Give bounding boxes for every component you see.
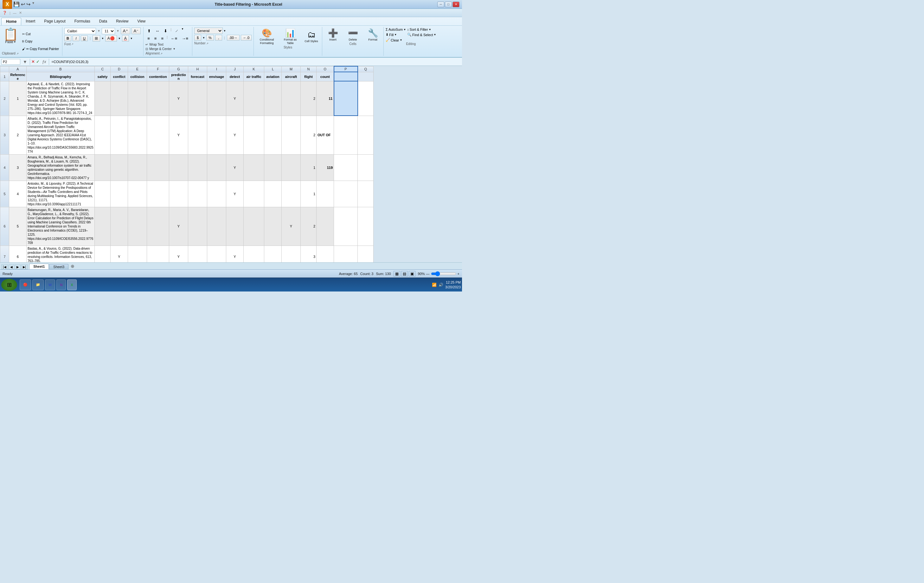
cell-J4[interactable]: Y (226, 154, 244, 181)
col-header-M[interactable]: M (282, 66, 301, 72)
autosum-dropdown[interactable]: ▼ (403, 28, 406, 31)
cell-K4[interactable] (244, 154, 264, 181)
maximize-button[interactable]: □ (445, 2, 452, 7)
col-header-P[interactable]: P (334, 66, 358, 72)
cell-P2[interactable] (334, 81, 358, 116)
cell-D2[interactable] (111, 81, 128, 116)
bold-button[interactable]: B (64, 35, 71, 41)
cell-G3[interactable]: Y (169, 116, 188, 154)
cell-P7[interactable] (334, 246, 358, 263)
tab-page-layout[interactable]: Page Layout (40, 18, 70, 25)
header-aircraft[interactable]: aircraft (282, 72, 301, 81)
cell-H4[interactable] (188, 154, 207, 181)
cell-A6[interactable]: 5 (9, 207, 26, 246)
cell-E2[interactable] (128, 81, 147, 116)
cell-O3[interactable]: OUT OF (317, 116, 334, 154)
cell-H5[interactable] (188, 181, 207, 207)
cell-I3[interactable] (207, 116, 226, 154)
header-conflict[interactable]: conflict (111, 72, 128, 81)
font-size-select[interactable]: 11 (102, 28, 115, 34)
cell-L3[interactable] (264, 116, 282, 154)
taskbar-onenote[interactable]: N (56, 279, 66, 290)
cell-C3[interactable] (95, 116, 111, 154)
clear-dropdown[interactable]: ▼ (399, 39, 402, 41)
cell-K5[interactable] (244, 181, 264, 207)
next-sheet-btn[interactable]: ▶ (15, 264, 21, 269)
zoom-in-btn[interactable]: + (457, 272, 459, 276)
normal-view-btn[interactable]: ▦ (394, 271, 400, 277)
cell-F5[interactable] (147, 181, 169, 207)
prev-sheet-btn[interactable]: ◀ (8, 264, 14, 269)
cell-E5[interactable] (128, 181, 147, 207)
corner-header[interactable] (0, 66, 9, 72)
cell-E4[interactable] (128, 154, 147, 181)
col-header-Q[interactable]: Q (358, 66, 374, 72)
font-name-select[interactable]: Calibri (64, 28, 96, 34)
fill-color-button[interactable]: A🔴 (105, 35, 117, 41)
clear-button[interactable]: 🧹 Clear ▼ (386, 38, 406, 42)
cell-O4[interactable]: 119 (317, 154, 334, 181)
formula-bar-expand[interactable]: ▼ (21, 59, 28, 64)
cell-N7[interactable]: 3 (301, 246, 317, 263)
delete-cells-button[interactable]: ➖ Delete (344, 28, 361, 42)
cell-H3[interactable] (188, 116, 207, 154)
cell-L5[interactable] (264, 181, 282, 207)
col-header-F[interactable]: F (147, 66, 169, 72)
cell-P6[interactable] (334, 207, 358, 246)
cell-N6[interactable]: 2 (301, 207, 317, 246)
row-num-2[interactable]: 2 (0, 81, 9, 116)
header-flight[interactable]: flight (301, 72, 317, 81)
cell-I6[interactable] (207, 207, 226, 246)
increase-indent-button[interactable]: →≡ (180, 35, 190, 42)
tab-data[interactable]: Data (95, 18, 112, 25)
cell-I4[interactable] (207, 154, 226, 181)
cell-G5[interactable] (169, 181, 188, 207)
cell-J6[interactable] (226, 207, 244, 246)
row-num-6[interactable]: 6 (0, 207, 9, 246)
angle-dropdown[interactable]: ▼ (181, 28, 184, 34)
taskbar-firefox[interactable]: 🔴 (20, 279, 31, 290)
cell-G4[interactable] (169, 154, 188, 181)
increase-decimal-button[interactable]: ←.0 (241, 35, 252, 41)
cell-L6[interactable] (264, 207, 282, 246)
cell-A4[interactable]: 3 (9, 154, 26, 181)
fill-button[interactable]: ⬇ Fill ▼ (386, 33, 406, 37)
cell-H2[interactable] (188, 81, 207, 116)
cell-C2[interactable] (95, 81, 111, 116)
cell-Q6[interactable] (358, 207, 374, 246)
cell-B2[interactable]: Agrawal, E., & Navdeti, C. (2022). Impro… (26, 81, 95, 116)
first-sheet-btn[interactable]: |◀ (1, 264, 8, 269)
decrease-indent-button[interactable]: ←≡ (169, 35, 179, 42)
fill-dropdown[interactable]: ▼ (118, 37, 121, 40)
cell-L4[interactable] (264, 154, 282, 181)
taskbar-word[interactable]: W (45, 279, 55, 290)
cell-D6[interactable] (111, 207, 128, 246)
currency-dropdown[interactable]: ▼ (203, 36, 205, 39)
cell-E6[interactable] (128, 207, 147, 246)
col-header-B[interactable]: B (26, 66, 95, 72)
save-quick-btn[interactable]: 💾 (13, 1, 20, 7)
cell-B6[interactable]: Balamurugan, R., Maria, A. V., Baranidar… (26, 207, 95, 246)
paste-button[interactable]: 📋 (3, 28, 18, 40)
underline-button[interactable]: U (81, 35, 88, 41)
minimize-ribbon-btn[interactable]: — (12, 10, 18, 15)
font-grow-button[interactable]: A⁺ (121, 28, 130, 34)
tab-review[interactable]: Review (112, 18, 133, 25)
header-contention[interactable]: contention (147, 72, 169, 81)
merge-center-button[interactable]: ⊡ Merge & Center ▼ (145, 47, 190, 51)
header-forecast[interactable]: forecast (188, 72, 207, 81)
cell-Q5[interactable] (358, 181, 374, 207)
cell-F2[interactable] (147, 81, 169, 116)
redo-quick-btn[interactable]: ↪ (26, 1, 30, 7)
cell-H6[interactable] (188, 207, 207, 246)
cell-A7[interactable]: 6 (9, 246, 26, 263)
cell-I2[interactable] (207, 81, 226, 116)
header-aviation[interactable]: aviation (264, 72, 282, 81)
cell-K7[interactable] (244, 246, 264, 263)
accept-formula-btn[interactable]: ✓ (36, 59, 40, 64)
cell-styles-button[interactable]: 🗂 Cell Styles (303, 28, 320, 46)
header-P[interactable] (334, 72, 358, 81)
header-collision[interactable]: collision (128, 72, 147, 81)
cell-D4[interactable] (111, 154, 128, 181)
cell-L7[interactable] (264, 246, 282, 263)
